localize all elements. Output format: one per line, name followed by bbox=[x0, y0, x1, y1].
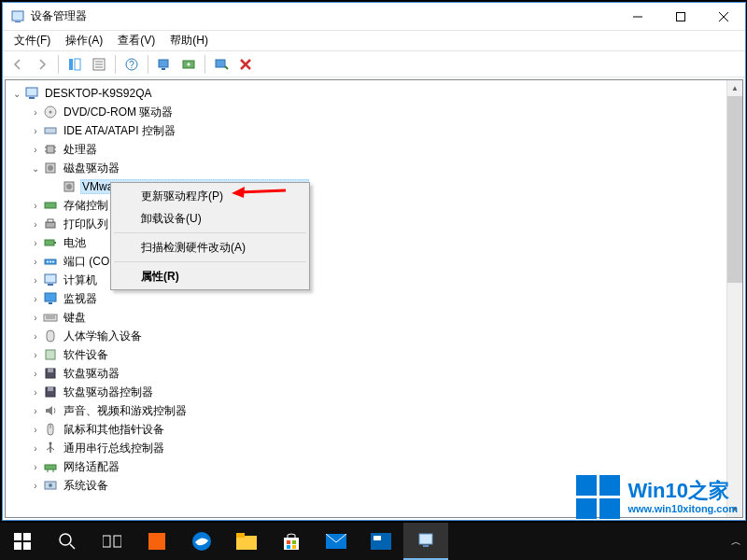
context-menu-item[interactable]: 卸载设备(U) bbox=[113, 207, 307, 230]
tree-category-row[interactable]: ›监视器 bbox=[6, 289, 742, 308]
tree-category-row[interactable]: ⌄磁盘驱动器 bbox=[6, 159, 742, 177]
tree-root-row[interactable]: ⌄ DESKTOP-K9S92QA bbox=[6, 84, 742, 103]
device-tree-pane: ⌄ DESKTOP-K9S92QA ›DVD/CD-ROM 驱动器›IDE AT… bbox=[5, 79, 743, 518]
tree-category-label: 通用串行总线控制器 bbox=[62, 440, 166, 457]
tree-category-label: 鼠标和其他指针设备 bbox=[62, 421, 166, 439]
svg-rect-41 bbox=[45, 274, 56, 283]
svg-rect-83 bbox=[292, 545, 296, 549]
context-menu-item[interactable]: 属性(R) bbox=[113, 265, 307, 287]
svg-rect-80 bbox=[287, 540, 290, 544]
tree-category-row[interactable]: ›处理器 bbox=[6, 140, 742, 159]
system-tray[interactable]: ︿ bbox=[731, 523, 741, 560]
menu-view[interactable]: 查看(V) bbox=[110, 31, 162, 50]
disk-icon bbox=[43, 161, 58, 175]
svg-rect-42 bbox=[48, 284, 53, 286]
watermark-brand: Win10 bbox=[627, 479, 688, 502]
expand-icon[interactable]: › bbox=[28, 310, 43, 325]
battery-icon bbox=[43, 235, 58, 250]
context-menu-item[interactable]: 扫描检测硬件改动(A) bbox=[113, 236, 307, 259]
tree-category-row[interactable]: ›人体学输入设备 bbox=[6, 327, 742, 345]
mail-button[interactable] bbox=[314, 523, 359, 560]
expand-icon[interactable]: › bbox=[28, 105, 43, 119]
watermark-url: www.win10xitong.com bbox=[627, 503, 738, 514]
computer-icon bbox=[24, 86, 39, 101]
expand-icon[interactable]: › bbox=[28, 273, 43, 287]
scroll-thumb[interactable] bbox=[727, 96, 742, 283]
collapse-icon[interactable]: ⌄ bbox=[28, 161, 43, 175]
expand-icon[interactable]: › bbox=[28, 478, 43, 493]
tree-category-row[interactable]: ›IDE ATA/ATAPI 控制器 bbox=[6, 121, 742, 140]
expand-icon[interactable]: › bbox=[28, 347, 43, 362]
start-button[interactable] bbox=[0, 523, 45, 560]
network-icon bbox=[43, 459, 58, 474]
taskbar: ︿ bbox=[0, 523, 747, 560]
properties-button[interactable] bbox=[88, 53, 110, 76]
menu-file[interactable]: 文件(F) bbox=[7, 31, 58, 50]
tree-category-row[interactable]: ›鼠标和其他指针设备 bbox=[6, 420, 742, 439]
system-icon bbox=[43, 478, 58, 493]
tree-category-row[interactable]: ›键盘 bbox=[6, 308, 742, 327]
expand-icon[interactable]: › bbox=[28, 235, 43, 250]
taskbar-app[interactable] bbox=[359, 523, 403, 560]
svg-rect-81 bbox=[292, 540, 296, 544]
tree-category-label: 软盘驱动器控制器 bbox=[62, 384, 155, 401]
toolbar: ? bbox=[3, 51, 745, 77]
expand-icon[interactable]: › bbox=[28, 422, 43, 437]
tree-category-row[interactable]: ›网络适配器 bbox=[6, 457, 742, 476]
tree-category-row[interactable]: ›软盘驱动器控制器 bbox=[6, 383, 742, 401]
context-menu: 更新驱动程序(P)卸载设备(U)扫描检测硬件改动(A)属性(R) bbox=[110, 182, 310, 290]
tree-category-label: 软件设备 bbox=[62, 346, 110, 364]
forward-button[interactable] bbox=[31, 53, 53, 76]
expand-icon[interactable]: › bbox=[28, 291, 43, 306]
expand-icon[interactable]: › bbox=[28, 366, 43, 381]
svg-rect-3 bbox=[677, 12, 685, 21]
tree-category-row[interactable]: ›声音、视频和游戏控制器 bbox=[6, 401, 742, 420]
taskbar-item[interactable] bbox=[134, 523, 179, 560]
tree-category-row[interactable]: ›软件设备 bbox=[6, 345, 742, 364]
scan-hardware-button[interactable] bbox=[153, 53, 176, 76]
tree-category-row[interactable]: ›软盘驱动器 bbox=[6, 364, 742, 383]
tray-chevron-icon[interactable]: ︿ bbox=[731, 535, 741, 549]
menu-help[interactable]: 帮助(H) bbox=[162, 31, 216, 50]
svg-rect-70 bbox=[23, 542, 31, 550]
context-menu-item[interactable]: 更新驱动程序(P) bbox=[113, 185, 307, 207]
tree-category-row[interactable]: ›DVD/CD-ROM 驱动器 bbox=[6, 103, 742, 121]
expand-icon[interactable]: › bbox=[28, 254, 43, 269]
update-driver-button[interactable] bbox=[177, 53, 200, 76]
maximize-button[interactable] bbox=[659, 3, 702, 31]
mouse-icon bbox=[43, 422, 58, 437]
titlebar: 设备管理器 bbox=[3, 3, 745, 31]
show-hide-tree-button[interactable] bbox=[63, 53, 86, 76]
expand-icon[interactable]: › bbox=[28, 329, 43, 343]
minimize-button[interactable] bbox=[616, 3, 659, 31]
uninstall-device-button[interactable] bbox=[234, 53, 257, 76]
file-explorer-button[interactable] bbox=[224, 523, 269, 560]
expand-icon[interactable]: › bbox=[28, 459, 43, 474]
expand-icon[interactable]: › bbox=[28, 198, 43, 213]
close-button[interactable] bbox=[702, 3, 745, 31]
expand-icon[interactable]: › bbox=[28, 217, 43, 231]
scroll-up-arrow[interactable]: ▲ bbox=[727, 80, 742, 96]
vertical-scrollbar[interactable]: ▲ ▼ bbox=[726, 80, 742, 517]
enable-device-button[interactable] bbox=[210, 53, 233, 76]
app-icon bbox=[10, 9, 25, 24]
task-view-button[interactable] bbox=[90, 523, 134, 560]
svg-rect-7 bbox=[75, 59, 80, 70]
collapse-icon[interactable]: ⌄ bbox=[9, 86, 24, 101]
device-manager-taskbar[interactable] bbox=[403, 523, 448, 560]
svg-rect-69 bbox=[14, 542, 21, 550]
tree-category-row[interactable]: ›通用串行总线控制器 bbox=[6, 439, 742, 457]
menu-action[interactable]: 操作(A) bbox=[58, 31, 110, 50]
edge-button[interactable] bbox=[179, 523, 224, 560]
expand-icon[interactable]: › bbox=[28, 123, 43, 138]
back-button[interactable] bbox=[7, 53, 29, 76]
help-button[interactable]: ? bbox=[120, 53, 143, 76]
expand-icon[interactable]: › bbox=[28, 142, 43, 157]
search-button[interactable] bbox=[45, 523, 90, 560]
store-button[interactable] bbox=[269, 523, 314, 560]
svg-rect-73 bbox=[103, 536, 110, 547]
expand-icon[interactable]: › bbox=[28, 385, 43, 399]
expand-icon[interactable]: › bbox=[28, 403, 43, 418]
tree-category-label: 打印队列 bbox=[62, 216, 110, 233]
expand-icon[interactable]: › bbox=[28, 441, 43, 455]
